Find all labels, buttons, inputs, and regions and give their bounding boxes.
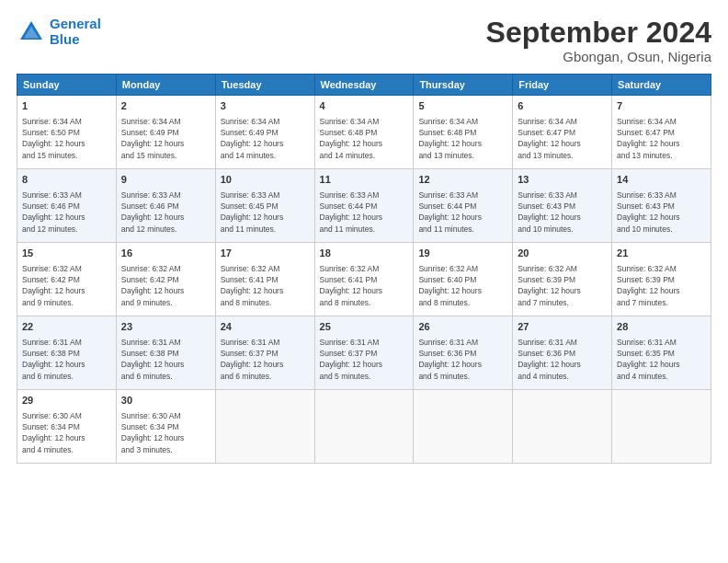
table-row: 22Sunrise: 6:31 AMSunset: 6:38 PMDayligh… [17,316,117,390]
table-row: 17Sunrise: 6:32 AMSunset: 6:41 PMDayligh… [215,243,314,316]
page: General Blue September 2024 Gbongan, Osu… [0,0,728,563]
table-row [314,390,414,464]
day-number: 12 [418,173,507,187]
table-row: 11Sunrise: 6:33 AMSunset: 6:44 PMDayligh… [314,169,414,243]
table-row [513,390,612,464]
table-row: 18Sunrise: 6:32 AMSunset: 6:41 PMDayligh… [314,243,414,316]
day-detail: Sunrise: 6:32 AMSunset: 6:41 PMDaylight:… [320,263,409,308]
table-row: 12Sunrise: 6:33 AMSunset: 6:44 PMDayligh… [414,169,513,243]
table-row: 1Sunrise: 6:34 AMSunset: 6:50 PMDaylight… [17,96,117,169]
table-row: 27Sunrise: 6:31 AMSunset: 6:36 PMDayligh… [513,316,612,390]
day-number: 18 [320,247,409,260]
table-row [414,390,513,464]
day-number: 15 [22,247,111,260]
table-row: 21Sunrise: 6:32 AMSunset: 6:39 PMDayligh… [612,243,711,316]
col-monday: Monday [116,75,215,96]
month-title: September 2024 [486,17,711,49]
day-detail: Sunrise: 6:32 AMSunset: 6:40 PMDaylight:… [418,263,507,308]
day-number: 5 [418,99,507,113]
table-row: 16Sunrise: 6:32 AMSunset: 6:42 PMDayligh… [116,243,215,316]
day-number: 3 [221,99,310,113]
logo: General Blue [17,17,101,47]
table-row: 29Sunrise: 6:30 AMSunset: 6:34 PMDayligh… [17,390,117,464]
day-detail: Sunrise: 6:32 AMSunset: 6:42 PMDaylight:… [121,263,210,308]
day-detail: Sunrise: 6:33 AMSunset: 6:46 PMDaylight:… [22,190,111,235]
logo-blue: Blue [50,31,80,47]
day-detail: Sunrise: 6:34 AMSunset: 6:48 PMDaylight:… [320,116,409,161]
table-row: 30Sunrise: 6:30 AMSunset: 6:34 PMDayligh… [116,390,215,464]
day-detail: Sunrise: 6:32 AMSunset: 6:39 PMDaylight:… [617,263,706,308]
day-number: 11 [320,173,409,187]
table-row: 8Sunrise: 6:33 AMSunset: 6:46 PMDaylight… [17,169,117,243]
logo-text: General Blue [50,17,101,47]
table-row: 28Sunrise: 6:31 AMSunset: 6:35 PMDayligh… [612,316,711,390]
day-detail: Sunrise: 6:33 AMSunset: 6:46 PMDaylight:… [121,190,210,235]
day-detail: Sunrise: 6:31 AMSunset: 6:38 PMDaylight:… [121,337,210,382]
col-wednesday: Wednesday [314,75,414,96]
day-number: 21 [617,247,706,260]
day-number: 8 [22,173,111,187]
table-row: 26Sunrise: 6:31 AMSunset: 6:36 PMDayligh… [414,316,513,390]
table-row: 24Sunrise: 6:31 AMSunset: 6:37 PMDayligh… [215,316,314,390]
day-number: 22 [22,320,111,334]
day-detail: Sunrise: 6:31 AMSunset: 6:37 PMDaylight:… [221,337,310,382]
table-row: 13Sunrise: 6:33 AMSunset: 6:43 PMDayligh… [513,169,612,243]
day-detail: Sunrise: 6:33 AMSunset: 6:43 PMDaylight:… [518,190,607,235]
day-number: 9 [121,173,210,187]
day-number: 27 [518,320,607,334]
day-number: 20 [518,247,607,260]
table-row: 4Sunrise: 6:34 AMSunset: 6:48 PMDaylight… [314,96,414,169]
day-detail: Sunrise: 6:30 AMSunset: 6:34 PMDaylight:… [22,410,111,455]
location: Gbongan, Osun, Nigeria [486,49,711,64]
calendar-week-row: 15Sunrise: 6:32 AMSunset: 6:42 PMDayligh… [17,243,711,316]
col-friday: Friday [513,75,612,96]
day-detail: Sunrise: 6:33 AMSunset: 6:44 PMDaylight:… [418,190,507,235]
day-number: 14 [617,173,706,187]
calendar-week-row: 29Sunrise: 6:30 AMSunset: 6:34 PMDayligh… [17,390,711,464]
calendar-week-row: 8Sunrise: 6:33 AMSunset: 6:46 PMDaylight… [17,169,711,243]
header: General Blue September 2024 Gbongan, Osu… [17,17,711,64]
table-row: 23Sunrise: 6:31 AMSunset: 6:38 PMDayligh… [116,316,215,390]
day-number: 24 [221,320,310,334]
day-detail: Sunrise: 6:34 AMSunset: 6:48 PMDaylight:… [418,116,507,161]
day-detail: Sunrise: 6:34 AMSunset: 6:49 PMDaylight:… [121,116,210,161]
table-row: 25Sunrise: 6:31 AMSunset: 6:37 PMDayligh… [314,316,414,390]
day-number: 17 [221,247,310,260]
day-detail: Sunrise: 6:34 AMSunset: 6:47 PMDaylight:… [518,116,607,161]
table-row: 19Sunrise: 6:32 AMSunset: 6:40 PMDayligh… [414,243,513,316]
table-row: 6Sunrise: 6:34 AMSunset: 6:47 PMDaylight… [513,96,612,169]
day-detail: Sunrise: 6:34 AMSunset: 6:49 PMDaylight:… [221,116,310,161]
table-row [215,390,314,464]
logo-general: General [50,16,101,31]
day-detail: Sunrise: 6:30 AMSunset: 6:34 PMDaylight:… [121,410,210,455]
day-detail: Sunrise: 6:32 AMSunset: 6:39 PMDaylight:… [518,263,607,308]
day-detail: Sunrise: 6:33 AMSunset: 6:45 PMDaylight:… [221,190,310,235]
title-block: September 2024 Gbongan, Osun, Nigeria [486,17,711,64]
day-number: 23 [121,320,210,334]
day-number: 4 [320,99,409,113]
day-number: 16 [121,247,210,260]
col-thursday: Thursday [414,75,513,96]
day-detail: Sunrise: 6:31 AMSunset: 6:35 PMDaylight:… [617,337,706,382]
day-number: 13 [518,173,607,187]
day-detail: Sunrise: 6:32 AMSunset: 6:41 PMDaylight:… [221,263,310,308]
table-row [612,390,711,464]
day-detail: Sunrise: 6:34 AMSunset: 6:47 PMDaylight:… [617,116,706,161]
col-sunday: Sunday [17,75,117,96]
calendar-week-row: 22Sunrise: 6:31 AMSunset: 6:38 PMDayligh… [17,316,711,390]
day-detail: Sunrise: 6:33 AMSunset: 6:43 PMDaylight:… [617,190,706,235]
day-detail: Sunrise: 6:31 AMSunset: 6:36 PMDaylight:… [518,337,607,382]
day-number: 26 [418,320,507,334]
day-detail: Sunrise: 6:32 AMSunset: 6:42 PMDaylight:… [22,263,111,308]
day-detail: Sunrise: 6:33 AMSunset: 6:44 PMDaylight:… [320,190,409,235]
day-number: 1 [22,99,111,113]
day-number: 29 [22,394,111,408]
calendar-header-row: Sunday Monday Tuesday Wednesday Thursday… [17,75,711,96]
table-row: 10Sunrise: 6:33 AMSunset: 6:45 PMDayligh… [215,169,314,243]
col-tuesday: Tuesday [215,75,314,96]
table-row: 3Sunrise: 6:34 AMSunset: 6:49 PMDaylight… [215,96,314,169]
day-number: 2 [121,99,210,113]
day-number: 28 [617,320,706,334]
table-row: 9Sunrise: 6:33 AMSunset: 6:46 PMDaylight… [116,169,215,243]
table-row: 7Sunrise: 6:34 AMSunset: 6:47 PMDaylight… [612,96,711,169]
